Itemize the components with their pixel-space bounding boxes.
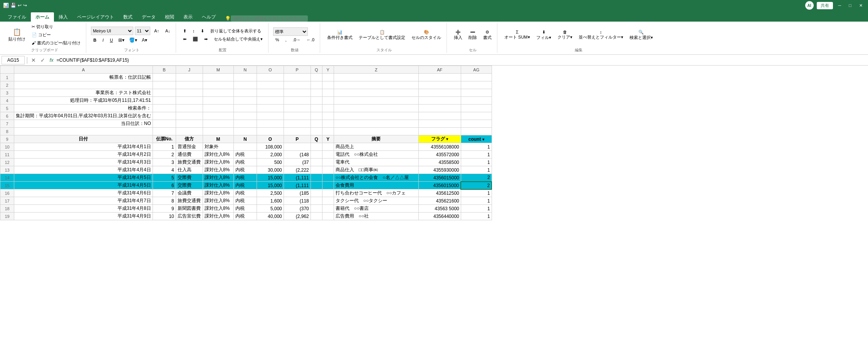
cell-P2[interactable] — [284, 81, 311, 89]
cell-O13[interactable]: 30,000 — [257, 166, 284, 174]
cell-Y15[interactable] — [322, 182, 334, 189]
cell-Y9[interactable]: Y — [322, 135, 334, 143]
cell-P10[interactable] — [284, 143, 311, 151]
cell-O4[interactable] — [257, 97, 284, 105]
cell-Z14[interactable]: ○○株式会社との会食 ○名／△△屋 — [334, 174, 418, 182]
font-name-select[interactable]: Meiryo UI — [91, 27, 133, 35]
italic-button[interactable]: I — [100, 37, 106, 43]
cell-Z6[interactable] — [334, 112, 418, 120]
col-header-AF[interactable]: AF — [418, 66, 461, 74]
cell-AG11[interactable]: 1 — [461, 151, 492, 159]
col-header-N[interactable]: N — [233, 66, 257, 74]
cell-B7[interactable] — [153, 120, 176, 128]
cell-O7[interactable] — [257, 120, 284, 128]
increase-decimal[interactable]: .0→ — [290, 37, 303, 43]
cell-AF1[interactable] — [418, 74, 461, 81]
font-size-increase[interactable]: A↑ — [152, 28, 161, 34]
decrease-decimal[interactable]: ←.0 — [304, 37, 317, 43]
tab-view[interactable]: 表示 — [179, 12, 197, 22]
cell-B4[interactable] — [153, 97, 176, 105]
cell-B14[interactable]: 5 — [153, 174, 176, 182]
cell-AG10[interactable]: 1 — [461, 143, 492, 151]
col-header-AG[interactable]: AG — [461, 66, 492, 74]
cell-O5[interactable] — [257, 105, 284, 112]
cell-Y12[interactable] — [322, 159, 334, 166]
cell-AG2[interactable] — [461, 81, 492, 89]
col-header-Q[interactable]: Q — [311, 66, 322, 74]
cell-AF15[interactable]: 4356015000 — [418, 182, 461, 189]
cell-M3[interactable] — [203, 89, 233, 97]
cell-Q8[interactable] — [311, 128, 322, 135]
table-format-button[interactable]: 📋 テーブルとして書式設定 — [356, 28, 408, 42]
cell-style-button[interactable]: 🎨 セルのスタイル — [409, 28, 443, 42]
cell-A6[interactable]: 集計期間：平成31年04月01日,平成32年03月31日,決算仕訳を含む — [14, 112, 153, 120]
cell-B1[interactable] — [153, 74, 176, 81]
cell-Q3[interactable] — [311, 89, 322, 97]
cell-P6[interactable] — [284, 112, 311, 120]
cell-N17[interactable]: 内税 — [233, 197, 257, 205]
cell-Q14[interactable] — [311, 174, 322, 182]
cell-O8[interactable] — [257, 128, 284, 135]
cell-O15[interactable]: 15,000 — [257, 182, 284, 189]
cell-J7[interactable] — [176, 120, 203, 128]
close-button[interactable]: ✕ — [857, 3, 865, 8]
cell-M2[interactable] — [203, 81, 233, 89]
cell-M9[interactable]: M — [203, 135, 233, 143]
percent-button[interactable]: % — [273, 37, 282, 43]
cell-N13[interactable]: 内税 — [233, 166, 257, 174]
cell-N2[interactable] — [233, 81, 257, 89]
insert-button[interactable]: ➕ 挿入 — [452, 28, 465, 42]
formula-input[interactable] — [57, 56, 866, 64]
tab-page-layout[interactable]: ページレイアウト — [72, 12, 119, 22]
cell-N11[interactable]: 内税 — [233, 151, 257, 159]
sheet-area[interactable]: A B J M N O P Q Y Z AF AG 1帳票名：仕訳日記帳23事業… — [0, 66, 868, 346]
cell-B3[interactable] — [153, 89, 176, 97]
cell-Q19[interactable] — [311, 213, 322, 220]
cell-O18[interactable]: 5,000 — [257, 205, 284, 213]
cell-P7[interactable] — [284, 120, 311, 128]
underline-button[interactable]: U — [107, 37, 115, 43]
cell-A19[interactable]: 平成31年4月9日 — [14, 213, 153, 220]
cell-Z17[interactable]: タクシー代 ○○タクシー — [334, 197, 418, 205]
cell-Y7[interactable] — [322, 120, 334, 128]
cell-N12[interactable]: 内税 — [233, 159, 257, 166]
cell-J15[interactable]: 交際費 — [176, 182, 203, 189]
cell-Q6[interactable] — [311, 112, 322, 120]
cell-Z15[interactable]: 会食費用 — [334, 182, 418, 189]
cell-Y1[interactable] — [322, 74, 334, 81]
cell-N7[interactable] — [233, 120, 257, 128]
cell-AF13[interactable]: 4355930000 — [418, 166, 461, 174]
cell-M14[interactable]: 課対仕入8% — [203, 174, 233, 182]
align-left[interactable]: ⬅ — [181, 35, 189, 43]
cell-A9[interactable]: 日付 — [14, 135, 153, 143]
autosum-button[interactable]: Σ オート SUM▾ — [502, 28, 532, 42]
cell-Q1[interactable] — [311, 74, 322, 81]
cell-AF7[interactable] — [418, 120, 461, 128]
cancel-formula-button[interactable]: ✕ — [30, 57, 37, 63]
cell-AF8[interactable] — [418, 128, 461, 135]
align-right[interactable]: ➡ — [202, 35, 210, 43]
confirm-formula-button[interactable]: ✓ — [39, 57, 47, 63]
cell-P18[interactable]: (370 — [284, 205, 311, 213]
cell-Q4[interactable] — [311, 97, 322, 105]
cell-M18[interactable]: 課対仕入8% — [203, 205, 233, 213]
cell-P4[interactable] — [284, 97, 311, 105]
number-format-select[interactable]: 標準 — [273, 27, 308, 36]
merge-center[interactable]: セルを結合して中央揃え▾ — [212, 35, 265, 43]
cell-A5[interactable]: 検索条件： — [14, 105, 153, 112]
cell-N6[interactable] — [233, 112, 257, 120]
cell-M16[interactable]: 課対仕入8% — [203, 189, 233, 197]
sort-filter-button[interactable]: ↕ 並べ替えとフィルター▾ — [576, 28, 626, 42]
cell-P8[interactable] — [284, 128, 311, 135]
tab-review[interactable]: 校閲 — [160, 12, 179, 22]
cell-Y18[interactable] — [322, 205, 334, 213]
cell-O10[interactable]: 108,000 — [257, 143, 284, 151]
cell-J2[interactable] — [176, 81, 203, 89]
cell-M13[interactable]: 課対仕入8% — [203, 166, 233, 174]
cell-B12[interactable]: 3 — [153, 159, 176, 166]
cell-A17[interactable]: 平成31年4月7日 — [14, 197, 153, 205]
cell-Y2[interactable] — [322, 81, 334, 89]
wrap-text[interactable]: 折り返して全体を表示する — [208, 27, 264, 35]
cell-A7[interactable]: 当日仕訳：NO — [14, 120, 153, 128]
cell-AF10[interactable]: 43556108000 — [418, 143, 461, 151]
